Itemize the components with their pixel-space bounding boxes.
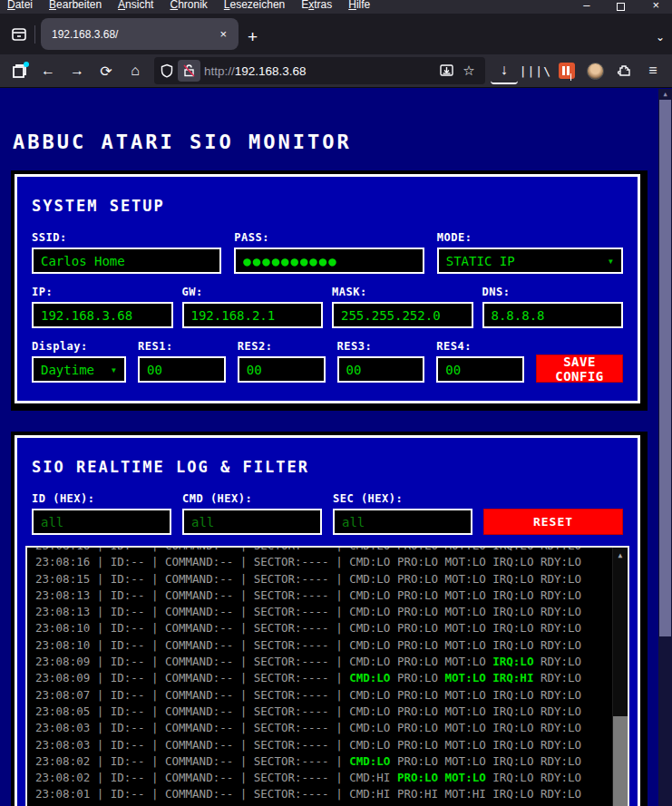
downloads-icon[interactable]: ↓ [491,57,518,84]
dns-field: DNS: [482,286,624,328]
ip-label: IP: [32,286,173,298]
save-page-icon[interactable] [439,63,454,78]
log-scrollbar[interactable]: ▲ [612,548,628,806]
reload-icon[interactable]: ⟳ [93,57,120,84]
back-icon[interactable]: ← [34,57,62,84]
log-output[interactable]: 23:08:16 | ID:-- | COMMAND:-- | SECTOR:-… [25,546,629,806]
ip-input[interactable] [32,302,173,328]
filter-cmd-input[interactable] [182,509,322,535]
mode-field: MODE: STATIC IP ▾ [437,231,623,274]
close-icon[interactable]: × [652,0,659,12]
display-select-value: Daytime [41,363,94,377]
ssid-field: SSID: [32,231,221,274]
log-row: 23:08:16 | ID:-- | COMMAND:-- | SECTOR:-… [35,546,628,554]
menu-item-datei[interactable]: Datei [7,0,33,14]
minimize-icon[interactable]: – [583,0,589,12]
gw-field: GW: [182,286,324,328]
tab-close-icon[interactable]: × [215,25,231,43]
extensions-puzzle-icon[interactable] [610,57,638,84]
gw-input[interactable] [182,302,324,328]
res2-input[interactable] [238,356,326,383]
dns-input[interactable] [482,302,624,328]
filter-sec-input[interactable] [333,509,472,535]
firefox-view-icon[interactable] [5,19,33,50]
page-scrollbar[interactable]: ▲ [658,89,672,806]
filter-id-field: ID (HEX): [32,492,171,535]
mode-select[interactable]: STATIC IP ▾ [437,248,623,274]
menu-item-ansicht[interactable]: Ansicht [118,0,153,14]
log-row: 23:08:05 | ID:-- | COMMAND:-- | SECTOR:-… [35,704,628,720]
ssid-input[interactable] [32,248,221,274]
res3-label: RES3: [337,340,425,353]
log-row: 23:08:13 | ID:-- | COMMAND:-- | SECTOR:-… [35,604,628,620]
tab-active[interactable]: 192.168.3.68/ × [41,18,239,50]
menu-item-lesezeichen[interactable]: Lesezeichen [224,0,285,14]
menu-items: DateiBearbeitenAnsichtChronikLesezeichen… [0,0,370,14]
shield-icon[interactable] [160,63,174,78]
res3-field: RES3: [337,340,425,383]
res1-input[interactable] [138,356,226,383]
filter-id-label: ID (HEX): [32,492,171,505]
res4-label: RES4: [436,340,524,353]
mask-label: MASK: [332,286,473,298]
pass-field: PASS: [234,231,424,274]
res2-field: RES2: [238,340,326,383]
profile-avatar[interactable] [587,63,604,80]
window-controls: – × [583,0,672,14]
chevron-down-icon: ▾ [111,364,117,376]
res4-input[interactable] [436,356,524,383]
log-scrollbar-thumb[interactable] [613,716,628,806]
ssid-label: SSID: [32,231,221,244]
display-select[interactable]: Daytime ▾ [32,356,126,383]
log-row: 23:08:13 | ID:-- | COMMAND:-- | SECTOR:-… [35,588,628,604]
log-row: 23:08:15 | ID:-- | COMMAND:-- | SECTOR:-… [35,571,628,588]
firefox-view-window-icon[interactable] [5,57,33,84]
new-tab-button[interactable]: + [239,27,267,54]
sio-log-heading: SIO REALTIME LOG & FILTER [32,458,623,476]
browser-window: DateiBearbeitenAnsichtChronikLesezeichen… [0,0,672,806]
page-title: ABBUC ATARI SIO MONITOR [13,131,648,153]
page-scrollbar-thumb[interactable] [659,100,671,636]
log-rows: 23:08:16 | ID:-- | COMMAND:-- | SECTOR:-… [27,546,628,806]
filter-id-input[interactable] [32,509,171,535]
list-all-tabs-icon[interactable]: ⌄ [656,31,665,44]
log-row: 23:08:02 | ID:-- | COMMAND:-- | SECTOR:-… [35,753,628,770]
tab-separator [34,25,35,44]
library-icon[interactable]: |||\ [520,57,551,84]
res2-label: RES2: [238,340,326,353]
maximize-icon[interactable] [617,3,625,11]
url-bar[interactable]: http://192.168.3.68 ☆ [154,57,485,84]
log-row: 23:08:02 | ID:-- | COMMAND:-- | SECTOR:-… [35,770,628,786]
res3-input[interactable] [337,356,425,383]
menu-item-extras[interactable]: Extras [301,0,332,14]
filter-sec-field: SEC (HEX): [333,492,472,535]
mask-input[interactable] [332,302,473,328]
menu-item-chronik[interactable]: Chronik [170,0,207,14]
notification-dot [24,62,29,67]
bookmark-star-icon[interactable]: ☆ [458,63,479,79]
menu-item-hilfe[interactable]: Hilfe [348,0,370,14]
scroll-up-icon[interactable]: ▲ [658,89,672,100]
log-row: 23:08:16 | ID:-- | COMMAND:-- | SECTOR:-… [35,554,628,570]
home-icon[interactable]: ⌂ [122,57,149,84]
menu-item-bearbeiten[interactable]: Bearbeiten [49,0,102,14]
mode-select-value: STATIC IP [446,254,515,268]
tab-title: 192.168.3.68/ [52,28,215,41]
filter-cmd-field: CMD (HEX): [182,492,322,535]
sio-log-panel: SIO REALTIME LOG & FILTER ID (HEX): CMD … [11,432,648,806]
scroll-up-icon[interactable]: ▲ [613,548,628,563]
dns-label: DNS: [482,286,624,298]
reset-button[interactable]: RESET [483,509,623,535]
log-row: 23:08:03 | ID:-- | COMMAND:-- | SECTOR:-… [35,720,628,736]
pass-input[interactable] [234,248,424,274]
log-row: 23:08:09 | ID:-- | COMMAND:-- | SECTOR:-… [35,670,628,686]
mask-field: MASK: [332,286,473,328]
log-row: 23:08:07 | ID:-- | COMMAND:-- | SECTOR:-… [35,687,628,704]
save-config-button[interactable]: SAVE CONFIG [536,354,623,383]
res1-field: RES1: [138,340,226,383]
forward-icon[interactable]: → [63,57,91,84]
filter-sec-label: SEC (HEX): [333,492,472,505]
hamburger-menu-icon[interactable]: ≡ [639,57,667,84]
extension-addon-icon[interactable] [559,63,575,79]
insecure-lock-icon[interactable] [178,60,200,82]
